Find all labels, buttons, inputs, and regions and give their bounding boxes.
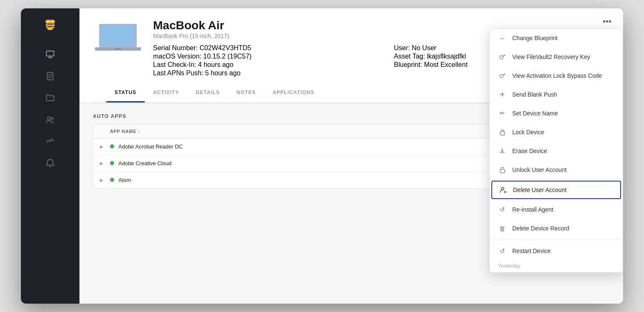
unlock-user-icon — [498, 166, 506, 174]
svg-point-10 — [48, 117, 51, 120]
last-apns-value: 5 hours ago — [205, 69, 241, 77]
svg-rect-20 — [500, 169, 505, 173]
change-blueprint-icon: ↔ — [498, 34, 506, 42]
app-name-2: Adobe Creative Cloud — [118, 160, 171, 166]
asset-tag-value: lkajsflksajdfkl — [427, 53, 466, 60]
menu-item-delete-device[interactable]: 🗑 Delete Device Record — [490, 219, 623, 238]
menu-item-blank-push[interactable]: ✈ Send Blank Push — [490, 85, 623, 104]
folder-icon — [46, 93, 55, 102]
yesterday-label: Yesterday — [490, 261, 623, 272]
blank-push-label: Send Blank Push — [512, 91, 557, 98]
svg-point-17 — [500, 56, 503, 59]
erase-device-label: Erase Device — [512, 148, 547, 154]
macos-row: macOS Version: 10.15.2 (19C57) — [153, 53, 369, 60]
erase-device-icon — [498, 147, 506, 155]
blank-push-icon: ✈ — [498, 90, 506, 99]
blueprint-value[interactable]: Most Excellent — [424, 61, 468, 68]
sidebar — [21, 8, 79, 304]
unlock-user-label: Unlock User Account — [512, 166, 567, 173]
set-device-name-icon: ✏ — [498, 109, 506, 118]
svg-point-11 — [51, 118, 54, 120]
change-blueprint-label: Change Blueprint — [512, 35, 557, 41]
unlock-icon — [499, 166, 506, 173]
blueprints-icon — [46, 72, 55, 81]
serial-number-row: Serial Number: C02W42V3HTD5 — [153, 44, 369, 52]
main-content: MacBook Air MacBook Pro (15-inch, 2017) … — [79, 8, 623, 304]
sidebar-item-devices[interactable] — [41, 45, 59, 64]
dropdown-menu: ↔ Change Blueprint View FileVault2 Recov… — [489, 28, 623, 273]
activation-lock-icon — [498, 72, 506, 80]
tab-applications[interactable]: APPLICATIONS — [264, 84, 323, 102]
sidebar-nav — [21, 45, 79, 172]
last-checkin-row: Last Check-In: 4 hours ago — [153, 61, 369, 69]
delete-user-label: Delete User Account — [513, 187, 567, 193]
menu-item-restart-device[interactable]: ↺ Restart Device — [490, 242, 623, 261]
menu-item-delete-user[interactable]: Delete User Account — [491, 181, 621, 199]
bee-icon — [42, 16, 59, 33]
menu-item-reinstall-agent[interactable]: ↺ Re-install Agent — [490, 200, 623, 219]
last-checkin-value: 4 hours ago — [198, 61, 234, 68]
svg-rect-3 — [47, 26, 54, 27]
tab-activity[interactable]: ACTIVITY — [145, 84, 187, 102]
last-checkin-label: Last Check-In: — [153, 61, 196, 68]
reinstall-agent-label: Re-install Agent — [512, 206, 553, 213]
delete-device-label: Delete Device Record — [512, 225, 569, 232]
menu-item-view-filevault[interactable]: View FileVault2 Recovery Key — [490, 48, 623, 66]
menu-item-unlock-user[interactable]: Unlock User Account — [490, 161, 623, 179]
sidebar-item-blueprints[interactable] — [41, 67, 59, 85]
svg-rect-8 — [46, 51, 54, 56]
last-apns-label: Last APNs Push: — [153, 69, 203, 77]
monitor-icon — [46, 50, 55, 59]
status-dot-1 — [110, 144, 114, 148]
menu-item-erase-device[interactable]: Erase Device — [490, 142, 623, 161]
bell-icon — [46, 159, 55, 168]
svg-point-16 — [115, 48, 121, 50]
svg-point-21 — [501, 187, 504, 190]
user-delete-icon — [500, 187, 506, 193]
set-device-name-label: Set Device Name — [512, 110, 558, 117]
user-label: User: — [394, 44, 410, 51]
key-icon — [499, 54, 506, 60]
app-name-3: Atom — [118, 177, 131, 183]
last-apns-row: Last APNs Push: 5 hours ago — [153, 69, 369, 77]
restart-device-label: Restart Device — [512, 248, 551, 254]
app-logo — [41, 15, 59, 33]
restart-device-icon: ↺ — [498, 247, 506, 255]
key2-icon — [499, 72, 506, 79]
sidebar-item-alerts[interactable] — [41, 154, 59, 172]
filevault-icon — [498, 53, 506, 61]
status-dot-2 — [110, 161, 114, 165]
main-window: MacBook Air MacBook Pro (15-inch, 2017) … — [21, 8, 623, 304]
delete-user-icon — [499, 186, 507, 194]
more-options-button[interactable]: ••• — [599, 15, 615, 28]
menu-item-lock-device[interactable]: Lock Device — [490, 123, 623, 142]
serial-number-value: C02W42V3HTD5 — [199, 44, 251, 51]
blueprint-label: Blueprint: — [394, 61, 422, 68]
col-app-name-header: APP NAME ↑ — [110, 129, 141, 134]
tab-status[interactable]: STATUS — [106, 84, 145, 102]
row-toggle-3: ▶ — [100, 178, 110, 182]
menu-item-set-device-name[interactable]: ✏ Set Device Name — [490, 104, 623, 123]
activity-icon — [46, 137, 55, 146]
status-dot-3 — [110, 178, 114, 182]
menu-item-change-blueprint[interactable]: ↔ Change Blueprint — [490, 29, 623, 48]
tab-details[interactable]: DETAILS — [187, 84, 228, 102]
app-name-1: Adobe Acrobat Reader DC — [118, 143, 183, 150]
user-value: No User — [412, 44, 437, 51]
menu-item-activation-lock[interactable]: View Activation Lock Bypass Code — [490, 66, 623, 85]
lock-device-icon — [498, 128, 506, 136]
svg-rect-19 — [500, 132, 505, 135]
dropdown-separator — [490, 240, 623, 240]
filevault-label: View FileVault2 Recovery Key — [512, 54, 590, 60]
lock-icon — [499, 129, 506, 136]
sidebar-item-activity[interactable] — [41, 132, 59, 151]
macos-value: 10.15.2 (19C57) — [203, 53, 252, 60]
erase-icon — [499, 148, 506, 154]
row-toggle-1: ▶ — [100, 144, 110, 149]
tab-notes[interactable]: NOTES — [228, 84, 264, 102]
row-toggle-2: ▶ — [100, 161, 110, 166]
header-wrapper: MacBook Air MacBook Pro (15-inch, 2017) … — [79, 8, 623, 103]
activation-lock-label: View Activation Lock Bypass Code — [512, 72, 602, 79]
sidebar-item-files[interactable] — [41, 89, 59, 107]
sidebar-item-users[interactable] — [41, 110, 59, 129]
